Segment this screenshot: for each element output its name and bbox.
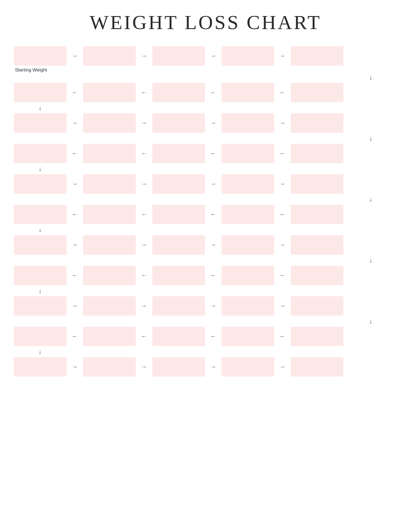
row-wrapper-5: → → → → ↓ (14, 173, 397, 204)
arrow-right: → (136, 241, 152, 249)
vertical-arrow-row-8: ↓ (14, 286, 397, 295)
cell-9-1[interactable] (14, 296, 66, 316)
cell-5-3[interactable] (152, 174, 205, 194)
cell-2-1[interactable] (14, 83, 66, 102)
row-wrapper-8: ← ← ← ← ↓ (14, 265, 397, 295)
vertical-arrow-row-5: ↓ (14, 195, 397, 204)
arrow-left: ← (66, 333, 83, 340)
chart-row-5: → → → → (14, 173, 397, 195)
cell-6-4[interactable] (222, 205, 274, 224)
cell-9-2[interactable] (83, 296, 136, 316)
cell-4-5[interactable] (291, 144, 343, 163)
cell-6-5[interactable] (291, 205, 343, 224)
arrow-left: ← (205, 150, 222, 157)
cell-6-2[interactable] (83, 205, 136, 224)
cell-8-1[interactable] (14, 266, 66, 285)
cell-1-2[interactable] (83, 46, 136, 66)
cell-8-5[interactable] (291, 266, 343, 285)
cell-4-2[interactable] (83, 144, 136, 163)
cell-3-5[interactable] (291, 113, 343, 133)
chart-row-9: → → → → (14, 295, 397, 317)
cell-4-3[interactable] (152, 144, 205, 163)
cell-7-4[interactable] (222, 235, 274, 255)
cell-1-4[interactable] (222, 46, 274, 66)
arrow-left: ← (205, 89, 222, 96)
cell-3-1[interactable] (14, 113, 66, 133)
cell-9-5[interactable] (291, 296, 343, 316)
arrow-right: → (274, 363, 291, 370)
row-wrapper-11: → → → → (14, 356, 397, 378)
cell-5-1[interactable] (14, 174, 66, 194)
arrow-right: → (66, 52, 83, 60)
cell-9-4[interactable] (222, 296, 274, 316)
cell-7-5[interactable] (291, 235, 343, 255)
cell-1-3[interactable] (152, 46, 205, 66)
arrow-left: ← (274, 150, 291, 157)
cell-10-5[interactable] (291, 327, 343, 346)
cell-5-5[interactable] (291, 174, 343, 194)
arrow-right: → (205, 52, 222, 60)
starting-weight-label-row: Starting Weight (14, 67, 397, 73)
cell-11-4[interactable] (222, 357, 274, 377)
cell-9-3[interactable] (152, 296, 205, 316)
vertical-arrow-row-7: ↓ (14, 256, 397, 265)
arrow-right: → (205, 119, 222, 127)
cell-11-3[interactable] (152, 357, 205, 377)
cell-6-1[interactable] (14, 205, 66, 224)
chart-row-6: ← ← ← ← (14, 204, 397, 225)
cell-10-4[interactable] (222, 327, 274, 346)
down-arrow-left-4: ↓ (14, 165, 66, 172)
chart-row-7: → → → → (14, 234, 397, 256)
down-arrow-left-10: ↓ (14, 348, 66, 355)
chart-row-10: ← ← ← ← (14, 326, 397, 347)
arrow-left: ← (136, 333, 152, 340)
arrow-right: → (136, 363, 152, 370)
chart-row-8: ← ← ← ← (14, 265, 397, 286)
cell-11-1[interactable] (14, 357, 66, 377)
cell-11-5[interactable] (291, 357, 343, 377)
cell-2-2[interactable] (83, 83, 136, 102)
cell-10-2[interactable] (83, 327, 136, 346)
arrow-right: → (274, 302, 291, 310)
cell-7-3[interactable] (152, 235, 205, 255)
cell-3-2[interactable] (83, 113, 136, 133)
cell-10-3[interactable] (152, 327, 205, 346)
cell-2-3[interactable] (152, 83, 205, 102)
arrow-right: → (136, 52, 152, 60)
cell-1-1[interactable] (14, 46, 66, 66)
cell-4-4[interactable] (222, 144, 274, 163)
arrow-right: → (205, 241, 222, 249)
cell-11-2[interactable] (83, 357, 136, 377)
cell-8-3[interactable] (152, 266, 205, 285)
vertical-arrow-row-9: ↓ (14, 317, 397, 326)
cell-3-4[interactable] (222, 113, 274, 133)
cell-1-5[interactable] (291, 46, 343, 66)
arrow-left: ← (205, 272, 222, 279)
arrow-right: → (66, 119, 83, 127)
arrow-right: → (274, 119, 291, 127)
arrow-left: ← (136, 272, 152, 279)
chart-row-2: ← ← ← ← (14, 82, 397, 103)
arrow-left: ← (205, 333, 222, 340)
cell-6-3[interactable] (152, 205, 205, 224)
cell-5-4[interactable] (222, 174, 274, 194)
arrow-right: → (66, 180, 83, 188)
cell-2-4[interactable] (222, 83, 274, 102)
arrow-left: ← (205, 211, 222, 218)
cell-8-2[interactable] (83, 266, 136, 285)
row-wrapper-6: ← ← ← ← ↓ (14, 204, 397, 234)
cell-7-1[interactable] (14, 235, 66, 255)
cell-2-5[interactable] (291, 83, 343, 102)
cell-4-1[interactable] (14, 144, 66, 163)
arrow-right: → (66, 363, 83, 370)
cell-5-2[interactable] (83, 174, 136, 194)
down-arrow-right-3: ↓ (345, 135, 397, 142)
arrow-right: → (274, 180, 291, 188)
cell-3-3[interactable] (152, 113, 205, 133)
cell-7-2[interactable] (83, 235, 136, 255)
cell-8-4[interactable] (222, 266, 274, 285)
arrow-left: ← (66, 272, 83, 279)
starting-weight-label: Starting Weight (14, 67, 66, 73)
row-wrapper-2: ← ← ← ← ↓ (14, 82, 397, 112)
cell-10-1[interactable] (14, 327, 66, 346)
